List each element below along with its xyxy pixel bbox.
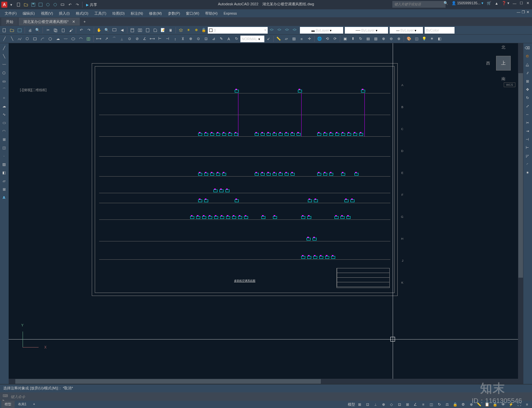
arc-tool-icon[interactable]: ⌒ bbox=[0, 85, 8, 93]
break-icon[interactable]: ⊣ bbox=[523, 135, 531, 143]
dim-radius-icon[interactable]: ⊙ bbox=[126, 35, 133, 43]
dimtedit-icon[interactable]: A bbox=[225, 35, 232, 43]
xline-tool-icon[interactable]: ╲ bbox=[0, 52, 8, 60]
save-icon[interactable] bbox=[30, 1, 37, 8]
copy-tool-icon[interactable]: © bbox=[523, 52, 531, 60]
save-icon[interactable] bbox=[16, 27, 23, 34]
inspect-icon[interactable]: ⊡ bbox=[202, 35, 209, 43]
zoom-previous-icon[interactable]: ◀ bbox=[118, 27, 126, 34]
modelspace-toggle[interactable]: 模型 bbox=[348, 401, 355, 408]
web-open-icon[interactable] bbox=[45, 1, 51, 8]
id-icon[interactable]: ✛ bbox=[306, 35, 313, 43]
markup-icon[interactable]: 📝 bbox=[159, 27, 167, 34]
move-icon[interactable]: ✥ bbox=[523, 85, 531, 93]
tab-model[interactable]: 模型 bbox=[1, 401, 15, 408]
revcloud-icon[interactable]: ☁ bbox=[54, 35, 62, 43]
line-tool-icon[interactable]: ╱ bbox=[0, 44, 8, 52]
open-icon[interactable] bbox=[8, 27, 16, 34]
dim-space-icon[interactable]: ↕ bbox=[172, 35, 179, 43]
menu-help[interactable]: 帮助(H) bbox=[202, 9, 220, 17]
orbit-icon[interactable]: 🌐 bbox=[316, 35, 323, 43]
menu-insert[interactable]: 插入(I) bbox=[56, 9, 72, 17]
dim-continue-icon[interactable]: ⊣ bbox=[164, 35, 171, 43]
tab-new-icon[interactable]: + bbox=[80, 20, 88, 24]
workspace-icon[interactable]: ⚙ bbox=[460, 401, 467, 408]
sheetset-icon[interactable] bbox=[152, 27, 159, 34]
pline-icon[interactable] bbox=[16, 35, 23, 43]
3dosnap-icon[interactable]: ⊞ bbox=[404, 401, 411, 408]
lwt-toggle-icon[interactable]: ≡ bbox=[420, 401, 427, 408]
layer-state-icon[interactable] bbox=[276, 27, 283, 34]
tolerance-icon[interactable]: ⊕ bbox=[187, 35, 194, 43]
saveas-icon[interactable] bbox=[37, 1, 44, 8]
visual-icon[interactable]: ◧ bbox=[436, 35, 443, 43]
dimstyle-dropdown[interactable]: NORMAL ▾ bbox=[240, 36, 264, 42]
jog-icon[interactable]: ⊿ bbox=[210, 35, 217, 43]
intersect-icon[interactable]: ⊗ bbox=[395, 35, 402, 43]
color-dropdown[interactable]: ▬ ByLayer ▾ bbox=[300, 27, 343, 34]
cycling-icon[interactable]: ↻ bbox=[436, 401, 443, 408]
search-icon[interactable]: 🔍 bbox=[444, 1, 448, 5]
layer-previous-icon[interactable] bbox=[268, 27, 275, 34]
share-button[interactable]: ▶ 共享 bbox=[86, 2, 97, 7]
fillet-icon[interactable]: ◜ bbox=[523, 160, 531, 168]
array-icon[interactable]: ⊞ bbox=[523, 77, 531, 85]
extend-icon[interactable]: ⇥ bbox=[523, 127, 531, 135]
redo-icon[interactable]: ↷ bbox=[85, 27, 92, 34]
point-tool-icon[interactable]: · bbox=[0, 152, 8, 160]
lineweight-dropdown[interactable]: — ByLayer ▾ bbox=[390, 27, 423, 34]
ellipse-tool-icon[interactable]: ⬭ bbox=[0, 119, 8, 127]
dim-ordinate-icon[interactable]: ⟂ bbox=[118, 35, 125, 43]
tab-start[interactable]: 开始 bbox=[1, 18, 18, 26]
minimize-icon[interactable]: — bbox=[513, 1, 516, 5]
menu-express[interactable]: Express bbox=[221, 9, 239, 17]
lock-icon[interactable]: 🔓 bbox=[200, 27, 207, 34]
redo-icon[interactable]: ↷ bbox=[74, 1, 80, 8]
pan-icon[interactable]: ✋ bbox=[95, 27, 103, 34]
web-save-icon[interactable] bbox=[52, 1, 59, 8]
ellipsearc-icon[interactable] bbox=[77, 35, 84, 43]
trim-icon[interactable]: ✂ bbox=[523, 119, 531, 127]
dimstyle-icon[interactable]: ↙ bbox=[265, 35, 272, 43]
block-tool-icon[interactable]: ◫ bbox=[0, 144, 8, 152]
region-icon[interactable]: ▨ bbox=[290, 35, 298, 43]
gradient-tool-icon[interactable]: ◧ bbox=[0, 169, 8, 177]
sun3d-icon[interactable]: ☀ bbox=[428, 35, 436, 43]
materials-icon[interactable]: ◫ bbox=[413, 35, 420, 43]
revcloud-tool-icon[interactable]: ☁ bbox=[0, 102, 8, 110]
toolpalettes-icon[interactable] bbox=[144, 27, 151, 34]
arc-icon[interactable] bbox=[39, 35, 46, 43]
designcenter-icon[interactable] bbox=[136, 27, 144, 34]
copy-icon[interactable] bbox=[52, 27, 59, 34]
menu-tools[interactable]: 工具(T) bbox=[92, 9, 109, 17]
dim-linear-icon[interactable]: ⟷ bbox=[95, 35, 102, 43]
distance-icon[interactable]: 📏 bbox=[275, 35, 282, 43]
join-icon[interactable]: ⊢ bbox=[523, 144, 531, 152]
menu-dimension[interactable]: 标注(N) bbox=[128, 9, 146, 17]
dimupdate-icon[interactable]: ↻ bbox=[233, 35, 240, 43]
freeze-icon[interactable]: ❄ bbox=[193, 27, 200, 34]
open-icon[interactable] bbox=[23, 1, 29, 8]
offset-icon[interactable]: ⫽ bbox=[523, 69, 531, 77]
isodraft-icon[interactable]: ◇ bbox=[388, 401, 395, 408]
drawing-canvas[interactable]: [-][俯视][二维线框] 多联机空调系统图 ABCDEFGHJK Y X bbox=[9, 43, 523, 384]
linetype-dropdown[interactable]: ── ByLayer ▾ bbox=[345, 27, 388, 34]
revolve-icon[interactable]: ↻ bbox=[357, 35, 364, 43]
osnap-toggle-icon[interactable]: ⊡ bbox=[396, 401, 403, 408]
dim-aligned-icon[interactable]: ↗ bbox=[103, 35, 110, 43]
close-icon[interactable]: ✕ bbox=[526, 1, 529, 5]
scrollbar-vertical[interactable] bbox=[518, 43, 523, 384]
explode-icon[interactable]: ✷ bbox=[523, 169, 531, 177]
viewcube-top-face[interactable]: 上 bbox=[496, 56, 511, 70]
ucs-icon[interactable]: Y X bbox=[23, 328, 43, 347]
viewcube-west[interactable]: 西 bbox=[486, 61, 490, 66]
user-menu[interactable]: 👤 1505999135... ▾ bbox=[452, 1, 483, 5]
mtext-tool-icon[interactable]: A bbox=[0, 194, 8, 202]
stretch-icon[interactable]: ↔ bbox=[523, 110, 531, 118]
cut-icon[interactable]: ✂ bbox=[44, 27, 52, 34]
menu-file[interactable]: 文件(F) bbox=[2, 9, 19, 17]
insert-icon[interactable] bbox=[85, 35, 92, 43]
region-tool-icon[interactable]: ▱ bbox=[0, 177, 8, 185]
paste-icon[interactable] bbox=[60, 27, 67, 34]
ellipse-icon[interactable] bbox=[69, 35, 77, 43]
